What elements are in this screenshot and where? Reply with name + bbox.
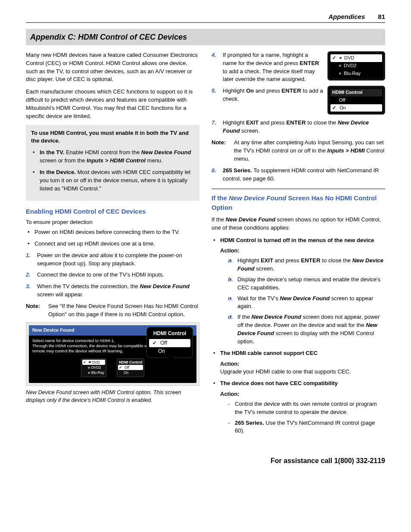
device-list-image: DVD DVD2 Blu-Ray — [327, 51, 385, 81]
appendix-title: Appendix C: HDMI Control of CEC Devices — [26, 29, 385, 45]
step-1: 1.Power on the device and allow it to co… — [26, 252, 199, 268]
condition-2: The HDMI cable cannot support CEC Action… — [212, 349, 385, 376]
step-5: 5.Highlight On and press ENTER to add a … — [212, 87, 323, 103]
no-hdmi-option-section: If the New Device Found Screen Has No HD… — [212, 189, 385, 435]
paragraph: Each manufacturer chooses which CEC func… — [26, 88, 199, 120]
right-column: 4.If prompted for a name, highlight a na… — [212, 51, 385, 439]
note-body: See "If the New Device Found Screen Has … — [48, 302, 199, 319]
step-8: 8.265 Series. To supplement HDMI control… — [212, 167, 385, 183]
callout-bullet: In the TV. Enable HDMI control from the … — [31, 149, 194, 165]
pre-step-bullet: Power on HDMI devices before connecting … — [26, 228, 199, 236]
note-body: At any time after completing Auto Input … — [234, 139, 385, 163]
note-label: Note: — [26, 302, 45, 319]
ndf-hdmi-control: HDMI Control Off On — [117, 358, 144, 377]
step-7: 7.Highlight EXIT and press ENTER to clos… — [212, 119, 385, 135]
callout-box: To use HDMI Control, you must enable it … — [26, 125, 199, 201]
section-heading: If the New Device Found Screen Has No HD… — [212, 193, 385, 212]
action-dash: Control the device with its own remote c… — [228, 400, 385, 417]
step-3: 3.When the TV detects the connection, th… — [26, 283, 199, 299]
note: Note: At any time after completing Auto … — [212, 139, 385, 163]
action-c: c.Wait for the TV's New Device Found scr… — [228, 295, 385, 311]
pre-step-bullet: Connect and set up HDMI devices one at a… — [26, 240, 199, 248]
note: Note: See "If the New Device Found Scree… — [26, 302, 199, 319]
step-4-row: 4.If prompted for a name, highlight a na… — [212, 51, 385, 115]
step-2: 2.Connect the device to one of the TV's … — [26, 271, 199, 279]
condition-3: The device does not have CEC compatibili… — [212, 380, 385, 435]
action-a: a.Highlight EXIT and press ENTER to clos… — [228, 257, 385, 273]
paragraph: Many new HDMI devices have a feature cal… — [26, 51, 199, 84]
callout-bullet: In the Device. Most devices with HDMI CE… — [31, 168, 194, 193]
paragraph: If the New Device Found screen shows no … — [212, 216, 385, 232]
action-d: d.If the New Device Found screen does no… — [228, 313, 385, 345]
screenshot-caption: New Device Found screen with HDMI Contro… — [26, 389, 199, 404]
page-header: Appendices 81 — [26, 12, 385, 23]
subheading-enabling: Enabling HDMI Control of CEC Devices — [26, 207, 199, 216]
action-b: b.Display the device's setup menus and e… — [228, 276, 385, 292]
note-label: Note: — [212, 139, 230, 163]
condition-1: HDMI Control is turned off in the menus … — [212, 236, 385, 346]
hdmi-control-image: HDMI Control Off On — [327, 86, 385, 115]
left-column: Many new HDMI devices have a feature cal… — [26, 51, 199, 439]
step-4: 4.If prompted for a name, highlight a na… — [212, 51, 323, 84]
ndf-device-list: DVD DVD2 Blu-Ray — [81, 358, 106, 377]
action-dash: 265 Series. Use the TV's NetCommand IR c… — [228, 419, 385, 436]
popup-title: HDMI Control — [148, 329, 192, 339]
new-device-found-screenshot: New Device Found Select name for device … — [26, 322, 199, 386]
section-name: Appendices — [328, 12, 365, 22]
paragraph: To ensure proper detection — [26, 218, 199, 227]
assistance-footer: For assistance call 1(800) 332-2119 — [26, 456, 385, 466]
callout-intro: To use HDMI Control, you must enable it … — [31, 129, 194, 146]
hdmi-control-popup: HDMI Control Off On — [146, 327, 193, 358]
page-number: 81 — [378, 12, 385, 22]
